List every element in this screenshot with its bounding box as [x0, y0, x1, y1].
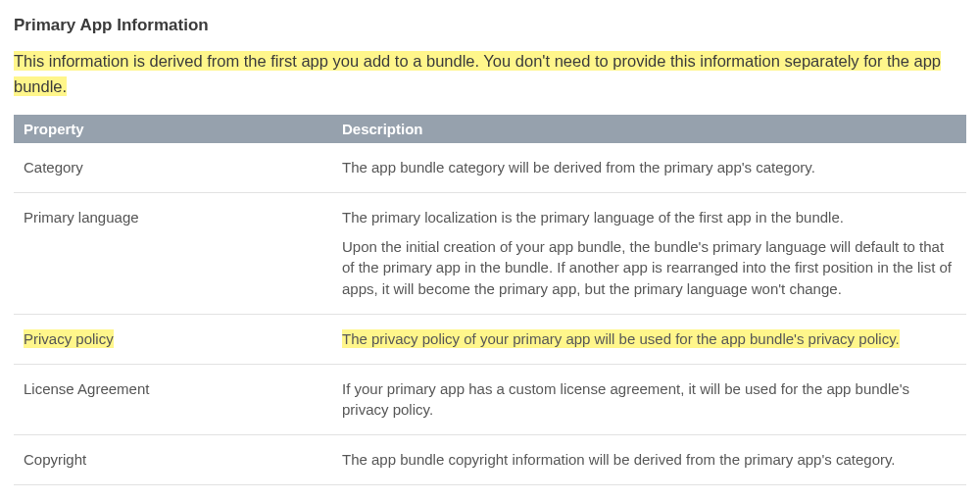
property-cell: License Agreement — [14, 364, 332, 435]
property-cell: Category — [14, 143, 332, 192]
description-paragraph: If your primary app has a custom license… — [342, 378, 956, 422]
description-paragraph: The app bundle copyright information wil… — [342, 449, 956, 471]
table-row: CategoryThe app bundle category will be … — [14, 143, 966, 192]
description-cell: The app bundle copyright information wil… — [332, 435, 966, 485]
col-description: Description — [332, 115, 966, 143]
table-row: CopyrightThe app bundle copyright inform… — [14, 435, 966, 485]
property-cell: Privacy policy — [14, 314, 332, 364]
table-row: Privacy policyThe privacy policy of your… — [14, 314, 966, 364]
col-property: Property — [14, 115, 332, 143]
section-heading: Primary App Information — [14, 16, 966, 35]
description-cell: The app bundle category will be derived … — [332, 143, 966, 192]
description-cell: The privacy policy of your primary app w… — [332, 314, 966, 364]
table-row: Primary languageThe primary localization… — [14, 192, 966, 314]
description-cell: The primary localization is the primary … — [332, 192, 966, 314]
table-row: License AgreementIf your primary app has… — [14, 364, 966, 435]
section-intro: This information is derived from the fir… — [14, 49, 966, 99]
description-cell: If your primary app has a custom license… — [332, 364, 966, 435]
property-cell: Primary language — [14, 192, 332, 314]
description-paragraph: The app bundle category will be derived … — [342, 157, 956, 178]
property-cell: Copyright — [14, 435, 332, 485]
highlight: Privacy policy — [24, 329, 114, 348]
description-paragraph: The primary localization is the primary … — [342, 207, 956, 228]
description-paragraph: Upon the initial creation of your app bu… — [342, 236, 956, 300]
highlight: The privacy policy of your primary app w… — [342, 329, 900, 348]
description-paragraph: The privacy policy of your primary app w… — [342, 328, 956, 350]
intro-highlight: This information is derived from the fir… — [14, 51, 941, 96]
properties-table: Property Description CategoryThe app bun… — [14, 115, 966, 485]
